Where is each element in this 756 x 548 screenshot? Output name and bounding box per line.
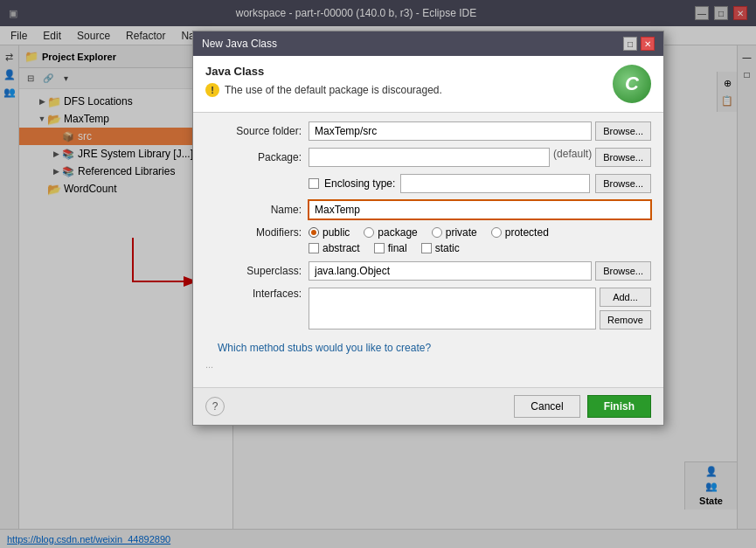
other-modifiers-group: abstract final static: [309, 242, 651, 254]
dialog-class-title: Java Class: [205, 65, 442, 78]
enclosing-input-group: Enclosing type: Browse...: [309, 174, 651, 193]
modifier-protected-label: protected: [505, 226, 549, 239]
modifier-abstract-label: abstract: [323, 242, 360, 254]
logo-letter: C: [625, 73, 639, 95]
eclipse-window: ▣ workspace - part-r-00000 (140.0 b, r3)…: [0, 0, 756, 548]
name-label: Name:: [205, 204, 302, 216]
radio-private[interactable]: [432, 227, 442, 238]
enclosing-type-label: Enclosing type:: [324, 177, 395, 190]
dialog-logo: C: [613, 65, 651, 103]
modifiers-section: public package private: [309, 226, 651, 254]
stubs-options-partial: ...: [205, 359, 651, 373]
interfaces-row: Interfaces: Add... Remove: [205, 288, 651, 329]
cb-static[interactable]: [421, 243, 432, 253]
interfaces-list: [309, 288, 596, 329]
modifier-final[interactable]: final: [374, 242, 407, 254]
modifier-public-label: public: [323, 226, 350, 239]
dialog-footer: ? Cancel Finish: [193, 387, 663, 425]
footer-left: ?: [205, 397, 225, 416]
stubs-section: Which method stubs would you like to cre…: [205, 336, 651, 378]
superclass-input-group: Browse...: [309, 261, 651, 281]
new-java-class-dialog: New Java Class □ ✕ Java Class ! The use …: [192, 31, 664, 426]
modifier-private[interactable]: private: [432, 226, 477, 239]
enclosing-input[interactable]: [400, 174, 590, 193]
name-input[interactable]: [309, 200, 651, 219]
package-input-group: (default) Browse...: [309, 148, 651, 167]
cancel-button[interactable]: Cancel: [514, 395, 579, 418]
source-folder-input-group: Browse...: [309, 121, 651, 141]
modifier-static-label: static: [435, 242, 460, 254]
dialog-title-controls: □ ✕: [623, 37, 655, 51]
finish-button[interactable]: Finish: [587, 395, 651, 418]
dialog-overlay: New Java Class □ ✕ Java Class ! The use …: [0, 0, 756, 548]
cb-abstract[interactable]: [309, 243, 319, 253]
package-input[interactable]: [309, 148, 550, 167]
superclass-browse-button[interactable]: Browse...: [595, 261, 651, 281]
modifier-package[interactable]: package: [364, 226, 417, 239]
modifier-final-label: final: [388, 242, 407, 254]
modifiers-label: Modifiers:: [205, 226, 302, 239]
dialog-close-button[interactable]: ✕: [641, 37, 655, 51]
dialog-header-section: Java Class ! The use of the default pack…: [193, 56, 663, 113]
dialog-body: Java Class ! The use of the default pack…: [193, 56, 663, 387]
superclass-input[interactable]: [309, 261, 592, 281]
dialog-form: Source folder: Browse... Package: (defau…: [193, 113, 663, 387]
dialog-title-bar: New Java Class □ ✕: [193, 31, 663, 56]
interfaces-group: Add... Remove: [309, 288, 651, 329]
help-button[interactable]: ?: [205, 397, 225, 416]
package-browse-button[interactable]: Browse...: [595, 148, 651, 167]
source-folder-input[interactable]: [309, 121, 592, 141]
modifier-static[interactable]: static: [421, 242, 460, 254]
superclass-label: Superclass:: [205, 265, 302, 277]
modifier-private-label: private: [446, 226, 477, 239]
radio-public[interactable]: [309, 227, 319, 238]
modifier-protected[interactable]: protected: [491, 226, 549, 239]
enclosing-row: Enclosing type: Browse...: [205, 174, 651, 193]
modifier-public[interactable]: public: [309, 226, 350, 239]
access-modifiers-group: public package private: [309, 226, 651, 239]
dialog-maximize-button[interactable]: □: [623, 37, 637, 51]
dialog-header-left: Java Class ! The use of the default pack…: [205, 65, 442, 97]
interfaces-remove-button[interactable]: Remove: [600, 310, 651, 329]
interfaces-add-button[interactable]: Add...: [600, 288, 651, 307]
dialog-title: New Java Class: [202, 38, 277, 50]
modifiers-row: Modifiers: public: [205, 226, 651, 254]
package-row: Package: (default) Browse...: [205, 148, 651, 167]
stubs-question: Which method stubs would you like to cre…: [205, 342, 651, 354]
cb-final[interactable]: [374, 243, 385, 253]
enclosing-checkbox[interactable]: [309, 178, 319, 189]
name-row: Name:: [205, 200, 651, 219]
interfaces-label: Interfaces:: [205, 288, 302, 300]
radio-package[interactable]: [364, 227, 374, 238]
source-folder-browse-button[interactable]: Browse...: [595, 121, 651, 141]
footer-right: Cancel Finish: [514, 395, 651, 418]
modifier-package-label: package: [378, 226, 417, 239]
dialog-warning: ! The use of the default package is disc…: [205, 83, 442, 97]
warning-icon: !: [205, 83, 219, 97]
modifier-abstract[interactable]: abstract: [309, 242, 360, 254]
enclosing-browse-button[interactable]: Browse...: [595, 174, 651, 193]
source-folder-row: Source folder: Browse...: [205, 121, 651, 141]
source-folder-label: Source folder:: [205, 125, 302, 137]
superclass-row: Superclass: Browse...: [205, 261, 651, 281]
package-default-suffix: (default): [553, 148, 592, 167]
warning-text: The use of the default package is discou…: [225, 84, 442, 96]
interfaces-buttons: Add... Remove: [600, 288, 651, 329]
package-label: Package:: [205, 151, 302, 163]
radio-protected[interactable]: [491, 227, 502, 238]
